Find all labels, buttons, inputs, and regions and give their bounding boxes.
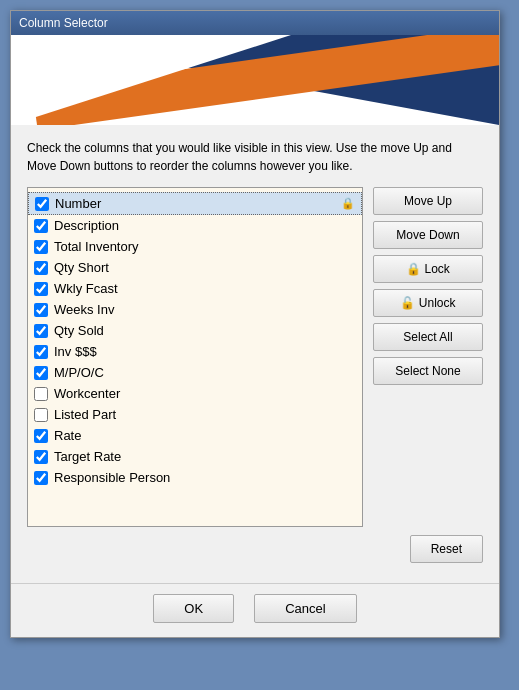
column-checkbox-target-rate[interactable] xyxy=(34,450,48,464)
column-checkbox-number[interactable] xyxy=(35,197,49,211)
column-item[interactable]: Wkly Fcast xyxy=(28,278,362,299)
banner-white-triangle xyxy=(11,35,291,125)
column-item[interactable]: Qty Sold xyxy=(28,320,362,341)
column-label-rate: Rate xyxy=(54,428,81,443)
column-label-wkly-fcast: Wkly Fcast xyxy=(54,281,118,296)
select-none-button[interactable]: Select None xyxy=(373,357,483,385)
column-item[interactable]: Inv $$$ xyxy=(28,341,362,362)
reset-button[interactable]: Reset xyxy=(410,535,483,563)
column-list[interactable]: Number🔒DescriptionTotal InventoryQty Sho… xyxy=(27,187,363,527)
column-item[interactable]: Weeks Inv xyxy=(28,299,362,320)
lock-button[interactable]: 🔒 Lock xyxy=(373,255,483,283)
cancel-button[interactable]: Cancel xyxy=(254,594,356,623)
instructions-text: Check the columns that you would like vi… xyxy=(27,139,483,175)
column-checkbox-workcenter[interactable] xyxy=(34,387,48,401)
column-checkbox-responsible-person[interactable] xyxy=(34,471,48,485)
lock-icon: 🔒 xyxy=(406,262,421,276)
action-buttons-panel: Move Up Move Down 🔒 Lock 🔓 Unlock Select… xyxy=(373,187,483,527)
column-lock-icon: 🔒 xyxy=(341,197,355,210)
reset-row: Reset xyxy=(27,527,483,573)
column-selector-dialog: Column Selector Check the columns that y… xyxy=(10,10,500,638)
column-item[interactable]: Rate xyxy=(28,425,362,446)
footer-buttons: OK Cancel xyxy=(11,583,499,637)
column-checkbox-inv-dollars[interactable] xyxy=(34,345,48,359)
column-item[interactable]: Responsible Person xyxy=(28,467,362,488)
banner xyxy=(11,35,499,125)
column-item[interactable]: Target Rate xyxy=(28,446,362,467)
column-item[interactable]: Workcenter xyxy=(28,383,362,404)
unlock-icon: 🔓 xyxy=(400,296,415,310)
dialog-title: Column Selector xyxy=(19,16,108,30)
column-checkbox-qty-short[interactable] xyxy=(34,261,48,275)
column-checkbox-total-inventory[interactable] xyxy=(34,240,48,254)
unlock-button[interactable]: 🔓 Unlock xyxy=(373,289,483,317)
column-checkbox-mpoc[interactable] xyxy=(34,366,48,380)
ok-button[interactable]: OK xyxy=(153,594,234,623)
column-item[interactable]: M/P/O/C xyxy=(28,362,362,383)
column-checkbox-weeks-inv[interactable] xyxy=(34,303,48,317)
column-item[interactable]: Qty Short xyxy=(28,257,362,278)
column-checkbox-qty-sold[interactable] xyxy=(34,324,48,338)
column-item[interactable]: Total Inventory xyxy=(28,236,362,257)
column-label-qty-short: Qty Short xyxy=(54,260,109,275)
column-label-target-rate: Target Rate xyxy=(54,449,121,464)
title-bar: Column Selector xyxy=(11,11,499,35)
column-label-description: Description xyxy=(54,218,119,233)
unlock-label: Unlock xyxy=(419,296,456,310)
column-label-number: Number xyxy=(55,196,101,211)
column-label-qty-sold: Qty Sold xyxy=(54,323,104,338)
column-label-mpoc: M/P/O/C xyxy=(54,365,104,380)
column-item[interactable]: Number🔒 xyxy=(28,192,362,215)
move-down-button[interactable]: Move Down xyxy=(373,221,483,249)
column-label-inv-dollars: Inv $$$ xyxy=(54,344,97,359)
column-checkbox-rate[interactable] xyxy=(34,429,48,443)
column-label-responsible-person: Responsible Person xyxy=(54,470,170,485)
column-label-workcenter: Workcenter xyxy=(54,386,120,401)
dialog-body: Check the columns that you would like vi… xyxy=(11,125,499,583)
column-label-listed-part: Listed Part xyxy=(54,407,116,422)
column-label-weeks-inv: Weeks Inv xyxy=(54,302,114,317)
column-checkbox-description[interactable] xyxy=(34,219,48,233)
main-area: Number🔒DescriptionTotal InventoryQty Sho… xyxy=(27,187,483,527)
lock-label: Lock xyxy=(424,262,449,276)
select-all-button[interactable]: Select All xyxy=(373,323,483,351)
move-up-button[interactable]: Move Up xyxy=(373,187,483,215)
column-item[interactable]: Listed Part xyxy=(28,404,362,425)
column-item[interactable]: Description xyxy=(28,215,362,236)
column-checkbox-wkly-fcast[interactable] xyxy=(34,282,48,296)
column-label-total-inventory: Total Inventory xyxy=(54,239,139,254)
column-checkbox-listed-part[interactable] xyxy=(34,408,48,422)
